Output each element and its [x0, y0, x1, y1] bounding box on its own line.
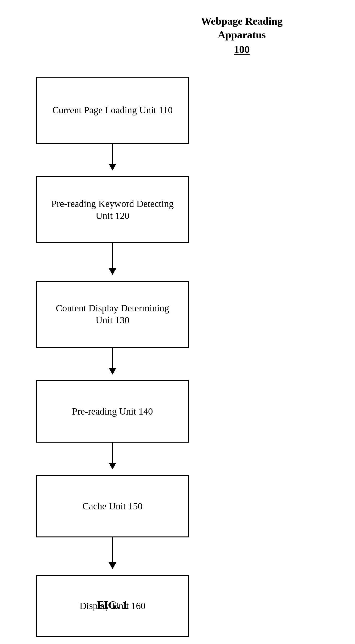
flow-box-label: Cache Unit 150	[82, 500, 142, 512]
flow-arrow	[112, 243, 113, 274]
flow-arrow	[112, 144, 113, 170]
title-number: 100	[234, 43, 250, 56]
diagram-title: Webpage Reading Apparatus 100	[182, 14, 302, 56]
flowchart: Current Page Loading Unit 110 Pre-readin…	[36, 77, 189, 637]
flow-box-pre-reading-keyword-detecting-unit: Pre-reading Keyword Detecting Unit 120	[36, 176, 189, 243]
flow-box-label: Content Display Determining Unit 130	[46, 302, 179, 326]
flow-box-current-page-loading-unit: Current Page Loading Unit 110	[36, 77, 189, 144]
flow-box-label: Pre-reading Keyword Detecting Unit 120	[46, 198, 179, 222]
flow-box-cache-unit: Cache Unit 150	[36, 475, 189, 538]
flow-arrow	[112, 538, 113, 568]
flow-arrow	[112, 442, 113, 469]
flow-box-label: Current Page Loading Unit 110	[52, 104, 173, 116]
flow-box-label: Pre-reading Unit 140	[72, 406, 153, 418]
flow-box-content-display-determining-unit: Content Display Determining Unit 130	[36, 281, 189, 348]
flow-arrow	[112, 348, 113, 374]
title-line-2: Apparatus	[182, 28, 302, 42]
title-line-1: Webpage Reading	[182, 14, 302, 28]
flow-box-pre-reading-unit: Pre-reading Unit 140	[36, 380, 189, 442]
diagram-page: Webpage Reading Apparatus 100 Current Pa…	[0, 0, 355, 644]
figure-caption: FIG. 1	[36, 599, 189, 612]
